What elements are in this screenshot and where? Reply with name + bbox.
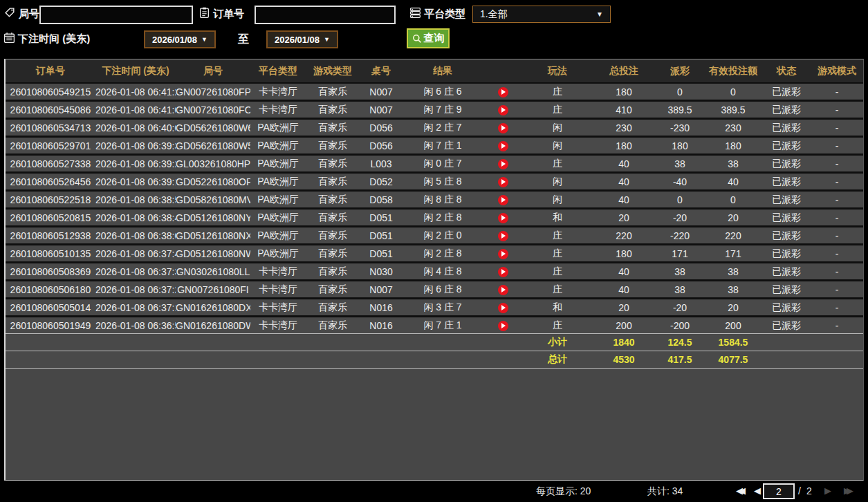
subtotal-row-spacer xyxy=(6,334,523,351)
cell-status: 已派彩 xyxy=(762,174,811,192)
replay-play-icon[interactable] xyxy=(498,231,508,241)
platform-list-icon xyxy=(409,7,421,19)
replay-play-icon[interactable] xyxy=(498,123,508,133)
replay-play-icon[interactable] xyxy=(498,159,508,169)
replay-play-icon[interactable] xyxy=(498,213,508,223)
replay-play-icon[interactable] xyxy=(498,141,508,151)
replay-play-icon[interactable] xyxy=(498,303,508,313)
cell-table-number: D056 xyxy=(360,138,403,156)
cell-replay xyxy=(483,317,523,334)
cell-status: 已派彩 xyxy=(762,281,811,299)
cell-result: 闲 8 庄 8 xyxy=(403,192,483,210)
cell-platform-type: PA欧洲厅 xyxy=(250,245,306,263)
cell-replay xyxy=(483,156,523,174)
date-from-picker[interactable]: 2026/01/08 ▼ xyxy=(144,30,216,48)
replay-play-icon[interactable] xyxy=(498,249,508,259)
platform-type-value: 1.全部 xyxy=(480,8,508,21)
cell-round-id: GN007261080FP xyxy=(176,84,250,102)
first-page-icon[interactable]: ◀◀ xyxy=(736,486,746,495)
cell-result: 闲 6 庄 8 xyxy=(403,281,483,299)
cell-round-id: GL003261080HP xyxy=(176,156,250,174)
cell-round-id: GN007261080FO xyxy=(176,102,250,120)
order-id-input[interactable] xyxy=(255,6,396,24)
date-from-value: 2026/01/08 xyxy=(152,35,197,45)
table-row: 2601080605225182026-01-08 06:38:57GD0582… xyxy=(6,192,863,210)
cell-total-bet: 180 xyxy=(592,138,656,156)
cell-status: 已派彩 xyxy=(762,299,811,317)
round-id-input[interactable] xyxy=(39,6,193,24)
cell-total-bet: 40 xyxy=(592,174,656,192)
cell-replay xyxy=(483,120,523,138)
page-number-input[interactable] xyxy=(763,483,795,499)
round-id-label: 局号 xyxy=(19,8,39,21)
cell-bet-time: 2026-01-08 06:38:02 xyxy=(95,227,176,245)
cell-order-id: 260108060549215 xyxy=(6,84,95,102)
cell-bet-time: 2026-01-08 06:37:13 xyxy=(95,299,176,317)
platform-type-select[interactable]: 1.全部 ▼ xyxy=(472,6,611,23)
cell-order-id: 260108060522518 xyxy=(6,192,95,210)
cell-table-number: N030 xyxy=(360,263,403,281)
play-triangle xyxy=(501,233,506,239)
cell-result: 闲 7 庄 1 xyxy=(403,138,483,156)
cell-play-type: 庄 xyxy=(523,102,592,120)
chevron-down-icon: ▼ xyxy=(596,10,603,18)
date-to-picker[interactable]: 2026/01/08 ▼ xyxy=(266,30,338,48)
column-header-5: 桌号 xyxy=(360,59,403,84)
cell-result: 闲 6 庄 6 xyxy=(403,84,483,102)
column-header-1: 下注时间 (美东) xyxy=(95,59,176,84)
cell-table-number: L003 xyxy=(360,156,403,174)
cell-valid-bet: 389.5 xyxy=(704,102,762,120)
cell-order-id: 260108060505014 xyxy=(6,299,95,317)
platform-type-label: 平台类型 xyxy=(424,8,465,21)
cell-game-type: 百家乐 xyxy=(306,120,360,138)
replay-play-icon[interactable] xyxy=(498,321,508,331)
column-header-9: 总投注 xyxy=(592,59,656,84)
table-row: 2601080605061802026-01-08 06:37:22GN0072… xyxy=(6,281,863,299)
cell-payout: 171 xyxy=(656,245,704,263)
replay-play-icon[interactable] xyxy=(498,195,508,205)
cell-result: 闲 7 庄 1 xyxy=(403,317,483,334)
chevron-down-icon: ▼ xyxy=(201,36,207,43)
column-header-2: 局号 xyxy=(176,59,250,84)
cell-result: 闲 0 庄 7 xyxy=(403,156,483,174)
play-triangle xyxy=(501,161,506,167)
play-triangle xyxy=(501,197,506,203)
cell-payout: -20 xyxy=(656,299,704,317)
filter-bar: 局号 订单号 平台类型 1.全部 ▼ xyxy=(0,0,868,59)
replay-play-icon[interactable] xyxy=(498,105,508,115)
cell-payout: 38 xyxy=(656,156,704,174)
replay-play-icon[interactable] xyxy=(498,177,508,187)
cell-total-bet: 230 xyxy=(592,120,656,138)
next-page-icon[interactable]: ▶ xyxy=(824,486,831,495)
total-count-label: 共计: 34 xyxy=(647,485,683,498)
table-row: 2601080605019492026-01-08 06:36:53GN0162… xyxy=(6,317,863,334)
cell-game-type: 百家乐 xyxy=(306,263,360,281)
table-body: 2601080605492152026-01-08 06:41:27GN0072… xyxy=(6,84,863,369)
last-page-icon[interactable]: ▶▶ xyxy=(844,486,853,495)
cell-payout: -220 xyxy=(656,227,704,245)
cell-round-id: GD056261080W5 xyxy=(176,138,250,156)
cell-bet-time: 2026-01-08 06:38:57 xyxy=(95,192,176,210)
cell-order-id: 260108060545086 xyxy=(6,102,95,120)
replay-play-icon[interactable] xyxy=(498,285,508,295)
cell-status: 已派彩 xyxy=(762,210,811,227)
column-header-10: 派彩 xyxy=(656,59,704,84)
cell-valid-bet: 200 xyxy=(704,317,762,334)
replay-play-icon[interactable] xyxy=(498,267,508,277)
cell-game-mode: - xyxy=(811,317,863,334)
cell-table-number: N007 xyxy=(360,281,403,299)
replay-play-icon[interactable] xyxy=(498,87,508,97)
cell-game-type: 百家乐 xyxy=(306,245,360,263)
cell-total-bet: 20 xyxy=(592,299,656,317)
prev-page-icon[interactable]: ◀ xyxy=(754,486,761,495)
cell-round-id: GN016261080DX xyxy=(176,299,250,317)
search-button[interactable]: 查询 xyxy=(407,28,450,48)
cell-payout: -20 xyxy=(656,210,704,227)
table-row: 2601080605492152026-01-08 06:41:27GN0072… xyxy=(6,84,863,102)
cell-round-id: GD052261080OP xyxy=(176,174,250,192)
cell-play-type: 庄 xyxy=(523,245,592,263)
cell-round-id: GD051261080NW xyxy=(176,245,250,263)
cell-order-id: 260108060501949 xyxy=(6,317,95,334)
cell-replay xyxy=(483,174,523,192)
page-slash: / xyxy=(798,485,801,496)
